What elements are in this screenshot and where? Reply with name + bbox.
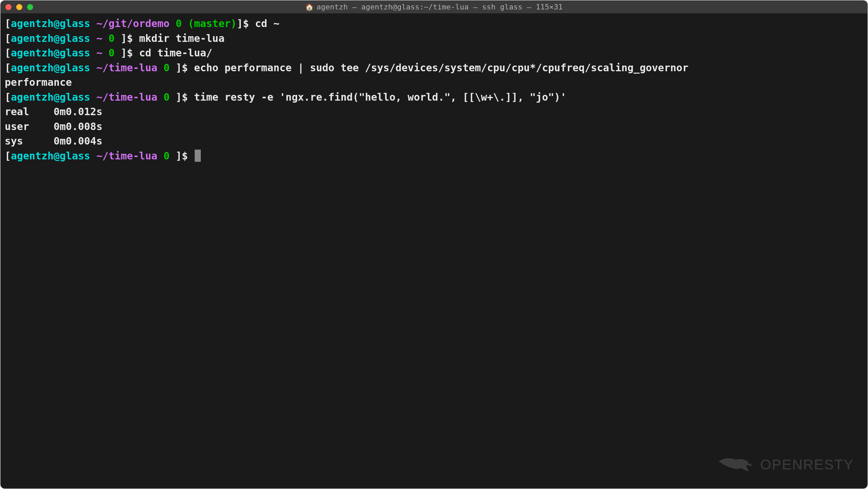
prompt-bracket: [: [5, 18, 11, 29]
terminal-line: [agentzh@glass ~ 0 ]$ cd time-lua/: [5, 46, 863, 60]
prompt-path: ~: [96, 47, 102, 59]
prompt-path: ~/time-lua: [96, 150, 158, 162]
prompt-user-host: agentzh@glass: [11, 62, 90, 74]
prompt-user-host: agentzh@glass: [11, 91, 90, 103]
prompt-bracket: [: [5, 62, 11, 74]
prompt-exit-code: 0: [164, 62, 170, 74]
prompt-path: ~: [96, 32, 102, 44]
prompt-bracket-close: ]: [176, 91, 182, 103]
prompt-exit-code: 0: [108, 32, 115, 44]
prompt-exit-code: 0: [164, 150, 170, 162]
command-text: cd time-lua/: [139, 47, 212, 59]
terminal-window: 🏠 agentzh — agentzh@glass:~/time-lua — s…: [1, 1, 867, 488]
title-bar: 🏠 agentzh — agentzh@glass:~/time-lua — s…: [1, 1, 867, 14]
prompt-user-host: agentzh@glass: [11, 18, 90, 29]
prompt-branch: master: [194, 18, 231, 29]
terminal-output: user 0m0.008s: [5, 119, 863, 134]
prompt-dollar: $: [243, 18, 249, 29]
terminal-output: performance: [5, 75, 863, 90]
terminal-line: [agentzh@glass ~/time-lua 0 ]$ time rest…: [5, 90, 863, 105]
prompt-user-host: agentzh@glass: [11, 47, 90, 59]
prompt-path: ~/git/ordemo: [96, 18, 170, 29]
terminal-line: [agentzh@glass ~/git/ordemo 0 (master)]$…: [5, 16, 863, 31]
prompt-dollar: $: [127, 47, 133, 59]
bird-icon: [717, 451, 757, 478]
prompt-user-host: agentzh@glass: [11, 32, 90, 44]
cursor-icon: [195, 150, 201, 162]
command-text: echo performance | sudo tee /sys/devices…: [194, 62, 689, 74]
prompt-branch-open: (: [188, 18, 194, 29]
watermark-logo: OPENRESTY: [717, 451, 854, 478]
maximize-button[interactable]: [27, 4, 33, 10]
window-title-text: agentzh — agentzh@glass:~/time-lua — ssh…: [316, 3, 562, 11]
terminal-output: real 0m0.012s: [5, 104, 863, 119]
prompt-bracket: [: [5, 32, 11, 44]
prompt-bracket-close: ]: [121, 32, 127, 44]
prompt-bracket-close: ]: [176, 150, 182, 162]
terminal-line: [agentzh@glass ~/time-lua 0 ]$ echo perf…: [5, 60, 863, 75]
terminal-body[interactable]: [agentzh@glass ~/git/ordemo 0 (master)]$…: [1, 14, 867, 488]
prompt-exit-code: 0: [176, 18, 182, 29]
prompt-dollar: $: [182, 150, 188, 162]
watermark-resty: RESTY: [803, 457, 854, 472]
watermark-text: OPENRESTY: [760, 457, 854, 473]
home-icon: 🏠: [305, 3, 314, 11]
traffic-lights: [5, 4, 33, 10]
command-text: mkdir time-lua: [139, 32, 224, 44]
prompt-exit-code: 0: [108, 47, 115, 59]
prompt-user-host: agentzh@glass: [11, 150, 90, 162]
svg-point-0: [748, 462, 750, 464]
prompt-bracket-close: ]: [176, 62, 182, 74]
terminal-line: [agentzh@glass ~ 0 ]$ mkdir time-lua: [5, 31, 863, 46]
prompt-bracket: [: [5, 150, 11, 162]
prompt-bracket: [: [5, 91, 11, 103]
prompt-branch-close: ): [231, 18, 237, 29]
watermark-open: OPEN: [760, 457, 803, 472]
prompt-bracket: [: [5, 47, 11, 59]
prompt-dollar: $: [182, 91, 188, 103]
prompt-path: ~/time-lua: [96, 91, 158, 103]
prompt-dollar: $: [182, 62, 188, 74]
prompt-bracket-close: ]: [121, 47, 127, 59]
command-text: cd ~: [255, 18, 280, 29]
command-text: time resty -e 'ngx.re.find("hello, world…: [194, 91, 566, 103]
close-button[interactable]: [5, 4, 11, 10]
terminal-output: sys 0m0.004s: [5, 134, 863, 149]
terminal-line: [agentzh@glass ~/time-lua 0 ]$: [5, 149, 863, 163]
prompt-dollar: $: [127, 32, 133, 44]
prompt-exit-code: 0: [164, 91, 170, 103]
window-title: 🏠 agentzh — agentzh@glass:~/time-lua — s…: [305, 3, 562, 11]
minimize-button[interactable]: [16, 4, 22, 10]
prompt-path: ~/time-lua: [96, 62, 158, 74]
prompt-bracket-close: ]: [237, 18, 243, 29]
